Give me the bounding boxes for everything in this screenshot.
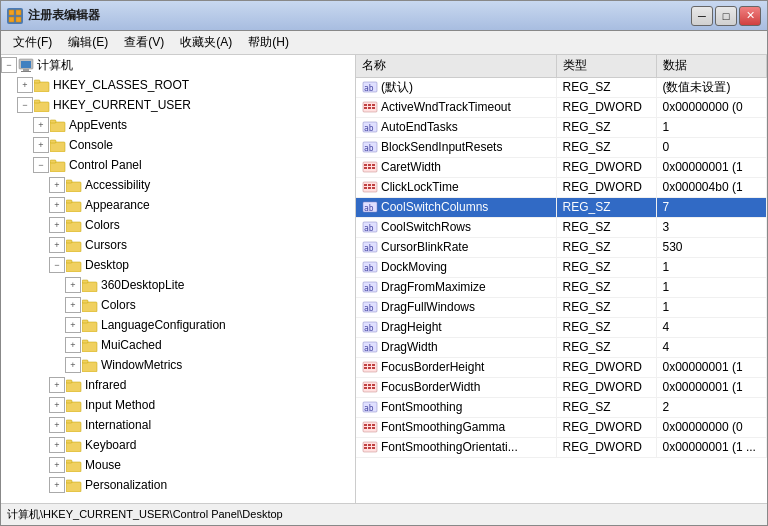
folder-icon-personalization [66, 478, 82, 492]
svg-text:ab: ab [364, 344, 374, 353]
table-row[interactable]: FocusBorderHeightREG_DWORD0x00000001 (1 [356, 357, 767, 377]
table-row[interactable]: CaretWidthREG_DWORD0x00000001 (1 [356, 157, 767, 177]
tree-item-infrared[interactable]: + Infrared [1, 375, 355, 395]
tree-item-windowmetrics[interactable]: + WindowMetrics [1, 355, 355, 375]
tree-expander-accessibility[interactable]: + [49, 177, 65, 193]
table-row[interactable]: ActiveWndTrackTimeoutREG_DWORD0x00000000… [356, 97, 767, 117]
title-bar-left: 注册表编辑器 [7, 7, 100, 24]
tree-expander-inputmethod[interactable]: + [49, 397, 65, 413]
tree-expander-infrared[interactable]: + [49, 377, 65, 393]
table-row[interactable]: ab BlockSendInputResetsREG_SZ0 [356, 137, 767, 157]
svg-rect-64 [364, 164, 367, 166]
tree-item-desktop[interactable]: − Desktop [1, 255, 355, 275]
tree-expander-cursors[interactable]: + [49, 237, 65, 253]
tree-expander-computer[interactable]: − [1, 57, 17, 73]
svg-rect-3 [16, 17, 21, 22]
tree-expander-keyboard[interactable]: + [49, 437, 65, 453]
maximize-button[interactable]: □ [715, 6, 737, 26]
tree-item-controlpanel[interactable]: − Control Panel [1, 155, 355, 175]
svg-rect-24 [66, 242, 81, 252]
reg-data: 1 [656, 277, 767, 297]
tree-item-mouse[interactable]: + Mouse [1, 455, 355, 475]
reg-data: 0x00000001 (1 [656, 377, 767, 397]
tree-item-muicached[interactable]: + MuiCached [1, 335, 355, 355]
tree-expander-colors[interactable]: + [49, 217, 65, 233]
tree-item-langconfig[interactable]: + LanguageConfiguration [1, 315, 355, 335]
tree-expander-appevents[interactable]: + [33, 117, 49, 133]
menu-edit[interactable]: 编辑(E) [60, 32, 116, 54]
tree-expander-muicached[interactable]: + [65, 337, 81, 353]
table-row[interactable]: ab AutoEndTasksREG_SZ1 [356, 117, 767, 137]
reg-data: 0x000004b0 (1 [656, 177, 767, 197]
table-row[interactable]: ab DragFullWindowsREG_SZ1 [356, 297, 767, 317]
reg-data: 7 [656, 197, 767, 217]
tree-expander-personalization[interactable]: + [49, 477, 65, 493]
menu-view[interactable]: 查看(V) [116, 32, 172, 54]
tree-item-appearance[interactable]: + Appearance [1, 195, 355, 215]
table-row[interactable]: ab (默认)REG_SZ(数值未设置) [356, 77, 767, 97]
tree-expander-hkcu[interactable]: − [17, 97, 33, 113]
menu-favorites[interactable]: 收藏夹(A) [172, 32, 240, 54]
menu-help[interactable]: 帮助(H) [240, 32, 297, 54]
table-row[interactable]: ab CursorBlinkRateREG_SZ530 [356, 237, 767, 257]
reg-sz-icon: ab [362, 340, 378, 354]
tree-expander-console[interactable]: + [33, 137, 49, 153]
tree-item-desktopcolors[interactable]: + Colors [1, 295, 355, 315]
reg-name: CursorBlinkRate [381, 240, 468, 254]
tree-item-colors[interactable]: + Colors [1, 215, 355, 235]
tree-item-appevents[interactable]: + AppEvents [1, 115, 355, 135]
tree-item-hkcu[interactable]: − HKEY_CURRENT_USER [1, 95, 355, 115]
svg-rect-115 [372, 427, 375, 429]
table-row[interactable]: ClickLockTimeREG_DWORD0x000004b0 (1 [356, 177, 767, 197]
tree-item-hkcr[interactable]: + HKEY_CLASSES_ROOT [1, 75, 355, 95]
reg-sz-icon: ab [362, 80, 378, 94]
svg-rect-98 [368, 367, 371, 369]
reg-name: DragHeight [381, 320, 442, 334]
table-row[interactable]: FontSmoothingOrientati...REG_DWORD0x0000… [356, 437, 767, 457]
tree-expander-desktop360[interactable]: + [65, 277, 81, 293]
table-row[interactable]: ab DockMovingREG_SZ1 [356, 257, 767, 277]
tree-label-muicached: MuiCached [101, 338, 162, 352]
svg-text:ab: ab [364, 264, 374, 273]
table-row[interactable]: ab DragFromMaximizeREG_SZ1 [356, 277, 767, 297]
minimize-button[interactable]: ─ [691, 6, 713, 26]
reg-dword-icon [362, 360, 378, 374]
svg-rect-43 [66, 420, 72, 423]
table-row[interactable]: ab DragHeightREG_SZ4 [356, 317, 767, 337]
tree-item-accessibility[interactable]: + Accessibility [1, 175, 355, 195]
reg-name: CaretWidth [381, 160, 441, 174]
tree-item-keyboard[interactable]: + Keyboard [1, 435, 355, 455]
table-row[interactable]: ab CoolSwitchRowsREG_SZ3 [356, 217, 767, 237]
folder-icon-hkcr [34, 78, 50, 92]
tree-item-desktop360[interactable]: + 360DesktopLite [1, 275, 355, 295]
table-row[interactable]: FontSmoothingGammaREG_DWORD0x00000000 (0 [356, 417, 767, 437]
tree-item-computer[interactable]: − 计算机 [1, 55, 355, 75]
table-row[interactable]: FocusBorderWidthREG_DWORD0x00000001 (1 [356, 377, 767, 397]
col-data: 数据 [656, 55, 767, 77]
svg-text:ab: ab [364, 84, 374, 93]
table-row[interactable]: ab FontSmoothingREG_SZ2 [356, 397, 767, 417]
svg-rect-69 [372, 167, 375, 169]
tree-expander-international[interactable]: + [49, 417, 65, 433]
tree-expander-langconfig[interactable]: + [65, 317, 81, 333]
svg-rect-55 [372, 104, 375, 106]
tree-item-personalization[interactable]: + Personalization [1, 475, 355, 495]
tree-item-international[interactable]: + International [1, 415, 355, 435]
tree-expander-desktop[interactable]: − [49, 257, 65, 273]
table-row[interactable]: ab DragWidthREG_SZ4 [356, 337, 767, 357]
tree-item-cursors[interactable]: + Cursors [1, 235, 355, 255]
tree-expander-appearance[interactable]: + [49, 197, 65, 213]
reg-type: REG_SZ [556, 257, 656, 277]
tree-item-console[interactable]: + Console [1, 135, 355, 155]
close-button[interactable]: ✕ [739, 6, 761, 26]
table-row[interactable]: ab CoolSwitchColumnsREG_SZ7 [356, 197, 767, 217]
svg-text:ab: ab [364, 244, 374, 253]
svg-rect-75 [368, 187, 371, 189]
tree-expander-mouse[interactable]: + [49, 457, 65, 473]
tree-expander-hkcr[interactable]: + [17, 77, 33, 93]
tree-item-inputmethod[interactable]: + Input Method [1, 395, 355, 415]
menu-file[interactable]: 文件(F) [5, 32, 60, 54]
tree-expander-desktopcolors[interactable]: + [65, 297, 81, 313]
tree-expander-controlpanel[interactable]: − [33, 157, 49, 173]
tree-expander-windowmetrics[interactable]: + [65, 357, 81, 373]
